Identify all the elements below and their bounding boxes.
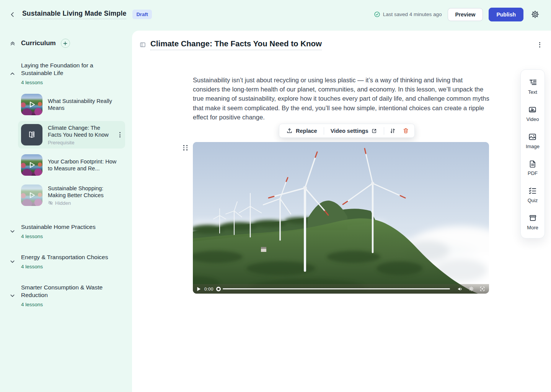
lesson-title: Sustainable Shopping: Making Better Choi… bbox=[48, 185, 122, 199]
curriculum-section: Energy & Transportation Choices 4 lesson… bbox=[8, 253, 126, 270]
upload-icon bbox=[286, 127, 293, 134]
video-settings-label: Video settings bbox=[331, 128, 368, 134]
publish-button[interactable]: Publish bbox=[489, 8, 523, 21]
settings-button[interactable] bbox=[529, 8, 541, 20]
last-saved-text: Last saved 4 minutes ago bbox=[383, 11, 442, 17]
lesson-menu-button[interactable] bbox=[118, 131, 122, 139]
status-badge: Draft bbox=[132, 10, 152, 19]
video-frame-wind-turbines bbox=[193, 142, 489, 294]
block-drag-handle[interactable] bbox=[182, 144, 189, 152]
lesson-item[interactable]: What Sustainability Really Means bbox=[18, 91, 125, 118]
insert-pdf-label: PDF bbox=[528, 170, 538, 176]
section-header[interactable]: Energy & Transportation Choices 4 lesson… bbox=[8, 253, 126, 270]
check-circle-icon bbox=[374, 11, 380, 18]
section-title: Smarter Consumption & Waste Reduction bbox=[21, 284, 113, 299]
reorder-block-button[interactable] bbox=[386, 125, 399, 137]
insert-pdf-button[interactable]: PDF bbox=[528, 160, 538, 176]
chevron-up-icon[interactable] bbox=[8, 62, 17, 85]
player-settings-icon[interactable] bbox=[468, 286, 474, 292]
chevron-down-icon[interactable] bbox=[8, 223, 17, 239]
lesson-page-title[interactable]: Climate Change: The Facts You Need to Kn… bbox=[150, 39, 322, 50]
chevron-down-icon[interactable] bbox=[8, 284, 17, 307]
insert-quiz-label: Quiz bbox=[528, 198, 538, 203]
lesson-badge-prerequisite: Prerequisite bbox=[48, 140, 112, 145]
sort-arrows-icon bbox=[389, 127, 396, 134]
curriculum-title: Curriculum bbox=[21, 39, 56, 47]
play-icon bbox=[27, 100, 37, 109]
seek-track[interactable] bbox=[223, 288, 450, 289]
lesson-item[interactable]: Your Carbon Footprint: How to Measure an… bbox=[18, 151, 125, 179]
lesson-reading-thumbnail bbox=[21, 124, 42, 145]
insert-quiz-button[interactable]: Quiz bbox=[528, 186, 538, 203]
section-header[interactable]: Smarter Consumption & Waste Reduction 4 … bbox=[8, 284, 126, 307]
back-button[interactable] bbox=[8, 10, 18, 20]
external-link-icon bbox=[371, 128, 377, 134]
section-lesson-count: 4 lessons bbox=[21, 264, 108, 270]
insert-text-button[interactable]: Text bbox=[528, 78, 537, 95]
lesson-intro-paragraph[interactable]: Sustainability isn’t just about recyclin… bbox=[193, 75, 491, 122]
lesson-item-selected[interactable]: Climate Change: The Facts You Need to Kn… bbox=[18, 121, 125, 149]
section-title: Energy & Transportation Choices bbox=[21, 253, 108, 261]
replace-label: Replace bbox=[296, 128, 317, 134]
text-icon bbox=[528, 78, 537, 87]
video-block-toolbar: Replace Video settings bbox=[279, 124, 415, 138]
section-title: Sustainable Home Practices bbox=[21, 223, 96, 231]
section-lesson-count: 4 lessons bbox=[21, 234, 96, 239]
seek-handle[interactable] bbox=[216, 287, 221, 291]
curriculum-section: Laying the Foundation for a Sustainable … bbox=[8, 62, 126, 209]
curriculum-sidebar: Curriculum Laying the Foundation for a S… bbox=[0, 29, 132, 392]
insert-more-button[interactable]: More bbox=[527, 214, 538, 230]
volume-icon[interactable] bbox=[457, 286, 463, 292]
curriculum-section: Smarter Consumption & Waste Reduction 4 … bbox=[8, 284, 126, 307]
top-header: Sustainable Living Made Simple Draft Las… bbox=[0, 0, 551, 29]
video-controls-bar: 0:00 bbox=[193, 284, 489, 294]
lesson-badge-hidden: Hidden bbox=[55, 200, 71, 206]
eye-off-icon bbox=[48, 200, 53, 206]
delete-block-button[interactable] bbox=[400, 125, 412, 136]
play-icon bbox=[27, 160, 37, 170]
more-icon bbox=[528, 214, 537, 222]
pdf-icon bbox=[528, 160, 537, 168]
lesson-video-player[interactable]: 0:00 bbox=[193, 142, 489, 294]
course-title[interactable]: Sustainable Living Made Simple bbox=[22, 10, 126, 19]
insert-image-button[interactable]: Image bbox=[526, 132, 540, 149]
section-header[interactable]: Sustainable Home Practices 4 lessons bbox=[8, 223, 126, 239]
toolbar-divider bbox=[324, 127, 324, 135]
collapse-all-icon[interactable] bbox=[9, 40, 16, 47]
section-lesson-count: 4 lessons bbox=[21, 80, 113, 85]
toggle-sidebar-button[interactable] bbox=[139, 41, 147, 49]
replace-video-button[interactable]: Replace bbox=[282, 125, 321, 136]
lesson-video-thumbnail bbox=[21, 94, 42, 115]
video-settings-button[interactable]: Video settings bbox=[326, 126, 382, 136]
section-header[interactable]: Laying the Foundation for a Sustainable … bbox=[8, 62, 126, 85]
insert-video-label: Video bbox=[526, 116, 539, 122]
lesson-video-thumbnail bbox=[21, 185, 42, 206]
gear-icon bbox=[531, 10, 540, 19]
insert-more-label: More bbox=[527, 225, 538, 230]
lesson-options-button[interactable] bbox=[538, 41, 542, 49]
video-icon bbox=[528, 105, 537, 114]
insert-text-label: Text bbox=[528, 89, 537, 95]
add-section-button[interactable] bbox=[61, 39, 70, 48]
last-saved-status: Last saved 4 minutes ago bbox=[374, 11, 442, 18]
insert-block-toolbar: Text Video Image PDF Quiz More bbox=[520, 69, 545, 238]
toolbar-divider bbox=[384, 127, 384, 135]
lesson-title: What Sustainability Really Means bbox=[48, 98, 122, 112]
section-lesson-count: 4 lessons bbox=[21, 302, 113, 307]
trash-icon bbox=[403, 127, 409, 134]
section-title: Laying the Foundation for a Sustainable … bbox=[21, 62, 113, 77]
play-button-icon[interactable] bbox=[197, 287, 201, 291]
image-icon bbox=[528, 132, 537, 141]
insert-video-button[interactable]: Video bbox=[526, 105, 539, 122]
fullscreen-icon[interactable] bbox=[479, 286, 485, 292]
preview-button[interactable]: Preview bbox=[448, 8, 483, 21]
plus-icon bbox=[63, 41, 68, 46]
chevron-down-icon[interactable] bbox=[8, 253, 17, 270]
open-book-icon bbox=[27, 130, 37, 140]
lesson-editor-panel: Climate Change: The Facts You Need to Kn… bbox=[132, 31, 551, 392]
lesson-title: Your Carbon Footprint: How to Measure an… bbox=[48, 158, 122, 172]
lesson-video-thumbnail bbox=[21, 154, 42, 176]
lesson-title: Climate Change: The Facts You Need to Kn… bbox=[48, 124, 112, 139]
lesson-item-hidden[interactable]: Sustainable Shopping: Making Better Choi… bbox=[18, 181, 125, 209]
curriculum-section: Sustainable Home Practices 4 lessons bbox=[8, 223, 126, 239]
